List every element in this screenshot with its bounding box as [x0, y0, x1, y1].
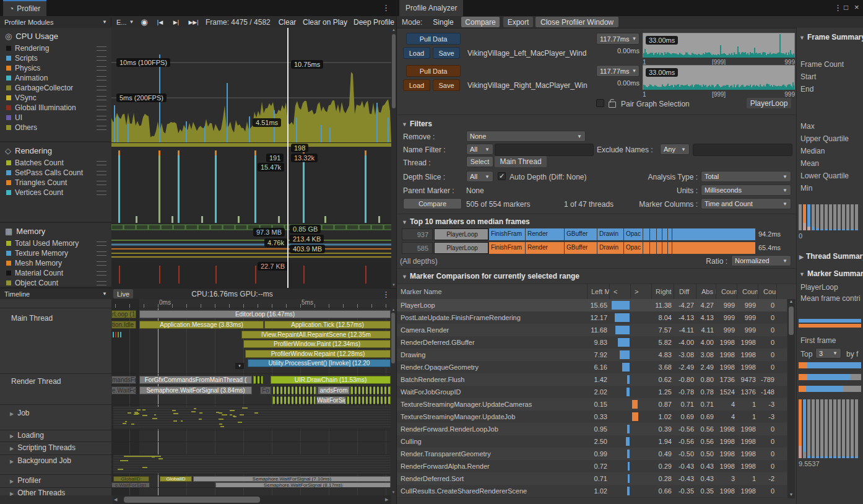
- column-header[interactable]: Diff: [675, 284, 696, 300]
- timeline-span[interactable]: [272, 396, 316, 404]
- column-header[interactable]: Abs D: [698, 284, 716, 300]
- clear-button[interactable]: Clear: [277, 17, 298, 27]
- table-row[interactable]: WaitForJobGroupID2.021.25-0.780.78152413…: [397, 386, 787, 399]
- profiler-window-menu-icon[interactable]: ⋮: [382, 3, 390, 12]
- timeline-span[interactable]: GlobalID: [160, 476, 192, 482]
- table-row[interactable]: CullResults.CreateSharedRendererScene1.0…: [397, 485, 787, 498]
- top10-frame-number[interactable]: 937: [402, 228, 433, 240]
- top10-segment[interactable]: GBuffer: [565, 242, 597, 254]
- frame-summary-header[interactable]: ▼Frame Summary: [799, 33, 863, 41]
- maximize-icon[interactable]: □: [844, 3, 848, 12]
- timeline-span[interactable]: Utility.ProcessEvent() [Invoke] (12.20: [248, 359, 391, 367]
- module-item[interactable]: UI: [0, 113, 111, 123]
- top10-segment[interactable]: PlayerLoop: [434, 242, 488, 254]
- drag-handle-icon[interactable]: [97, 106, 106, 110]
- table-row[interactable]: Culling2.501.94-0.560.56199819980: [397, 435, 787, 448]
- scroll-up-icon[interactable]: ▲: [391, 308, 396, 313]
- module-header[interactable]: ◎CPU Usage: [0, 28, 111, 43]
- timeline-vscrollbar[interactable]: ▲▼: [391, 308, 396, 495]
- marker-columns-dropdown[interactable]: Time and Count▼: [701, 198, 791, 209]
- table-row[interactable]: TextureStreamingManager.UpdateJob0.331.0…: [397, 411, 787, 424]
- drag-handle-icon[interactable]: [97, 161, 106, 165]
- timeline-menu-icon[interactable]: ⋮: [382, 290, 390, 299]
- marker-summary-histogram[interactable]: [799, 399, 861, 458]
- right-range-dropdown[interactable]: 117.77ms▼: [596, 65, 640, 77]
- column-header[interactable]: Coun: [760, 284, 777, 300]
- module-item[interactable]: SetPass Calls Count: [0, 168, 111, 178]
- export-button[interactable]: Export: [503, 17, 533, 27]
- load-left-button[interactable]: Load: [403, 47, 430, 59]
- module-header[interactable]: ◇Rendering: [0, 142, 111, 158]
- module-item[interactable]: Animation: [0, 73, 111, 83]
- top10-segment[interactable]: GBuffer: [565, 228, 597, 240]
- thread-row-profiler[interactable]: ▶Profiler: [10, 476, 41, 485]
- prev-frame-button[interactable]: |◀: [153, 17, 167, 27]
- foldout-icon[interactable]: ▶: [10, 459, 14, 464]
- scroll-down-icon[interactable]: ▼: [391, 490, 396, 495]
- marker-comparison-header[interactable]: ▼Marker Comparison for currently selecte…: [402, 272, 579, 280]
- table-row[interactable]: Render.OpaqueGeometry6.163.68-2.492.4919…: [397, 361, 787, 374]
- collapse-marker-button[interactable]: ▼: [235, 363, 244, 369]
- top10-segment[interactable]: Drawin: [597, 242, 623, 254]
- drag-handle-icon[interactable]: [97, 86, 106, 90]
- module-item[interactable]: Total Used Memory: [0, 238, 111, 248]
- top10-segment[interactable]: Render: [526, 228, 564, 240]
- pull-data-left-button[interactable]: Pull Data: [406, 33, 461, 45]
- drag-handle-icon[interactable]: [97, 66, 106, 71]
- timeline-span[interactable]: rLoop (1.6: [111, 310, 136, 318]
- timeline-span[interactable]: [347, 396, 391, 404]
- table-row[interactable]: Render.TransparentGeometry0.990.49-0.500…: [397, 448, 787, 461]
- table-row[interactable]: RenderDeferred.Sort0.710.28-0.430.4331-2: [397, 472, 787, 485]
- profiler-charts[interactable]: 10ms (100FPS) 5ms (200FPS) 10.75ms 4.51m…: [111, 28, 391, 288]
- save-right-button[interactable]: Save: [433, 79, 460, 91]
- tab-profiler[interactable]: ◔ Profiler: [3, 0, 46, 16]
- current-frame-button[interactable]: ▶▶|: [185, 17, 202, 27]
- timeline-span[interactable]: mandsFromMa: [111, 376, 136, 384]
- drag-handle-icon[interactable]: [97, 181, 106, 185]
- top10-segment-rest[interactable]: [672, 242, 755, 254]
- table-row[interactable]: Drawing7.924.83-3.083.08199819980: [397, 349, 787, 362]
- timeline-vscrollbar-thumb[interactable]: [391, 313, 395, 363]
- column-header[interactable]: >: [631, 284, 652, 300]
- top10-segment[interactable]: [662, 228, 667, 240]
- scroll-up-icon[interactable]: ▲: [391, 28, 396, 33]
- selected-marker-chip[interactable]: PlayerLoop: [747, 98, 791, 108]
- auto-depth-checkbox[interactable]: ✓: [498, 172, 506, 180]
- next-frame-button[interactable]: ▶|: [169, 17, 183, 27]
- thread-row-background-job[interactable]: ▶Background Job: [10, 456, 71, 465]
- top10-segment[interactable]: [643, 228, 649, 240]
- drag-handle-icon[interactable]: [97, 46, 106, 51]
- top10-segment[interactable]: [657, 242, 662, 254]
- filters-header[interactable]: ▼Filters: [402, 119, 432, 128]
- deep-profile-button[interactable]: Deep Profile: [353, 17, 397, 27]
- thread-row-render-thread[interactable]: Render Thread: [11, 377, 61, 386]
- remove-dropdown[interactable]: None▼: [466, 131, 586, 142]
- module-item[interactable]: Object Count: [0, 278, 111, 288]
- memory-chart[interactable]: [111, 223, 391, 288]
- save-left-button[interactable]: Save: [433, 47, 460, 59]
- timeline-span[interactable]: [350, 386, 391, 394]
- top10-segment[interactable]: Opac: [624, 242, 643, 254]
- column-header[interactable]: Coun: [718, 284, 737, 300]
- pull-data-right-button[interactable]: Pull Data: [406, 65, 461, 77]
- timeline-view-dropdown[interactable]: Timeline▼: [1, 289, 110, 299]
- module-header[interactable]: ▦Memory: [0, 223, 111, 238]
- foldout-icon[interactable]: ▶: [10, 479, 14, 484]
- top10-segment[interactable]: [662, 242, 667, 254]
- module-item[interactable]: Texture Memory: [0, 248, 111, 258]
- charts-scrollbar[interactable]: ▲ ▼: [391, 28, 396, 288]
- analysis-type-dropdown[interactable]: Total▼: [701, 171, 791, 182]
- top10-segment[interactable]: [650, 228, 656, 240]
- top10-frame-number[interactable]: 585: [402, 242, 433, 254]
- column-header[interactable]: <: [610, 284, 631, 300]
- timeline-span[interactable]: [272, 386, 317, 394]
- table-scrollbar-thumb[interactable]: [789, 306, 794, 335]
- mode-compare-button[interactable]: Compare: [461, 17, 500, 27]
- editor-target-dropdown[interactable]: E...▼: [113, 17, 136, 27]
- clear-on-play-button[interactable]: Clear on Play: [299, 17, 351, 27]
- timeline-span[interactable]: tion.Idle (1: [111, 321, 136, 329]
- close-icon[interactable]: ×: [854, 2, 859, 12]
- profiler-modules-dropdown[interactable]: Profiler Modules▼: [1, 17, 110, 27]
- drag-handle-icon[interactable]: [97, 126, 106, 130]
- foldout-icon[interactable]: ▶: [10, 446, 14, 451]
